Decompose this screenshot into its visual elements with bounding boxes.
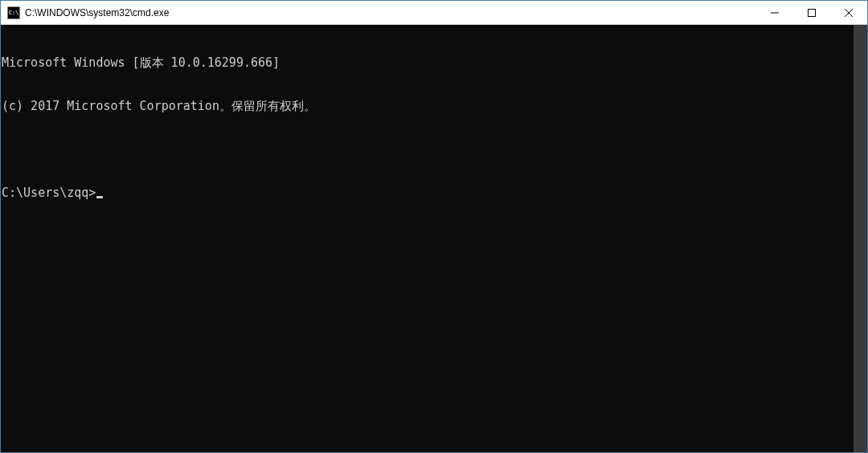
titlebar-controls: [756, 1, 867, 24]
titlebar[interactable]: C:\ C:\WINDOWS\system32\cmd.exe: [1, 1, 867, 25]
terminal-prompt-line: C:\Users\zqq>: [2, 186, 854, 200]
window-title: C:\WINDOWS\system32\cmd.exe: [25, 7, 756, 18]
terminal-line: [2, 142, 854, 157]
cmd-window: C:\ C:\WINDOWS\system32\cmd.exe Microsof: [0, 0, 868, 453]
cursor: [96, 196, 103, 198]
minimize-button[interactable]: [756, 1, 793, 24]
terminal-container: Microsoft Windows [版本 10.0.16299.666] (c…: [1, 25, 867, 452]
minimize-icon: [771, 6, 779, 20]
close-icon: [845, 6, 853, 20]
maximize-button[interactable]: [793, 1, 830, 24]
vertical-scrollbar[interactable]: [854, 25, 867, 452]
terminal-output[interactable]: Microsoft Windows [版本 10.0.16299.666] (c…: [1, 25, 854, 452]
terminal-line: Microsoft Windows [版本 10.0.16299.666]: [2, 55, 854, 70]
maximize-icon: [808, 6, 816, 20]
svg-rect-1: [809, 9, 816, 16]
close-button[interactable]: [830, 1, 867, 24]
cmd-icon: C:\: [7, 6, 20, 19]
scrollbar-thumb[interactable]: [854, 25, 867, 452]
terminal-prompt: C:\Users\zqq>: [2, 186, 96, 200]
terminal-line: (c) 2017 Microsoft Corporation。保留所有权利。: [2, 99, 854, 113]
